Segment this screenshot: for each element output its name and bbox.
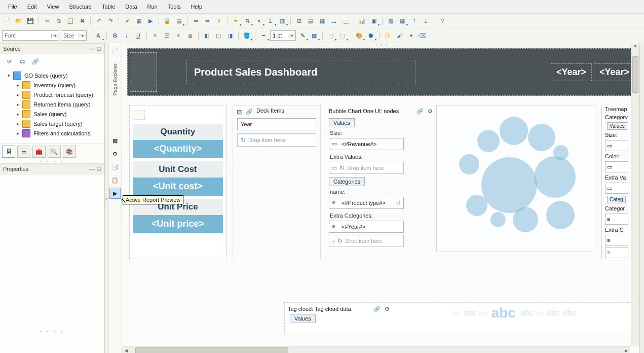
deck-icon[interactable]: ▧ xyxy=(235,108,243,116)
brush-icon[interactable]: 🖌 xyxy=(394,30,404,41)
copy-icon[interactable]: ⧉ xyxy=(54,16,64,26)
tree-item[interactable]: ▸ Sales target (query) xyxy=(1,119,103,128)
chart-opts-icon[interactable]: ⚙ xyxy=(383,305,391,313)
deck-link-icon[interactable]: 🔗 xyxy=(245,108,253,116)
maximize-icon[interactable]: □ xyxy=(96,166,101,172)
tree-item[interactable]: ▸ Returned items (query) xyxy=(1,99,103,109)
grid-icon[interactable]: ▦ xyxy=(397,16,407,26)
scroll-up-icon[interactable]: ▲ xyxy=(631,43,639,51)
properties-panel-header[interactable]: Properties — □ xyxy=(0,163,104,174)
tag-cloud-row[interactable]: Tag cloud: Tag cloud data 🔗 ⚙ Values abc… xyxy=(284,302,637,334)
active-report-preview-button[interactable]: ▶ xyxy=(109,188,121,199)
menu-structure[interactable]: Structure xyxy=(64,2,97,12)
horizontal-scrollbar[interactable]: ◀ ▶ xyxy=(122,346,630,353)
size-field[interactable]: ▭ xyxy=(605,140,628,151)
card-grip-icon[interactable] xyxy=(133,111,145,120)
chevron-down-icon[interactable]: ▼ xyxy=(51,34,59,38)
menu-file[interactable]: File xyxy=(3,2,22,12)
category-field[interactable]: ≡ xyxy=(605,214,628,225)
size-combo[interactable]: ▼ xyxy=(61,30,87,41)
up-icon[interactable]: ⇧ xyxy=(214,16,224,26)
values-section-button[interactable]: Values xyxy=(329,118,355,127)
filter-icon[interactable]: ⏷ xyxy=(231,16,241,26)
tab-source[interactable]: 🗄 xyxy=(2,146,15,158)
new-icon[interactable]: 📄 xyxy=(2,16,12,26)
padding-icon[interactable]: ⬚ xyxy=(326,30,336,41)
title-block[interactable]: Product Sales Dashboard xyxy=(186,60,415,84)
extra-cat-field[interactable]: ≡ xyxy=(605,235,628,246)
line-color-icon[interactable]: ✎ xyxy=(297,30,308,41)
vertical-scrollbar[interactable]: ▲ xyxy=(631,43,639,346)
report-canvas[interactable]: ▾ ▾ ▾ Product Sales Dashboard <Year> <Ye… xyxy=(122,43,639,353)
scroll-thumb[interactable] xyxy=(632,56,638,93)
run-icon[interactable]: ▶ xyxy=(145,16,156,26)
refresh-icon[interactable]: ⟳ xyxy=(4,56,14,66)
tree-item[interactable]: ▸ Sales (query) xyxy=(1,109,103,119)
year-cell[interactable]: <Year> xyxy=(551,63,592,81)
name-field[interactable]: ≡ <#Product type#> ↺ xyxy=(329,197,404,209)
borders-icon[interactable]: ▦ xyxy=(309,30,319,41)
treemap-config[interactable]: Treemap Category Values Size: ▭ Color: ▭… xyxy=(601,105,628,259)
redo-icon[interactable]: ↷ xyxy=(105,16,116,26)
aggregate-icon[interactable]: Σ xyxy=(266,16,276,26)
italic-icon[interactable]: I xyxy=(122,30,132,41)
year-deck[interactable]: <Year> <Year> xyxy=(551,63,635,81)
size-input[interactable] xyxy=(61,31,79,40)
collapse-panel-grip[interactable]: ◂ xyxy=(105,43,108,353)
maximize-icon[interactable]: □ xyxy=(96,46,101,52)
section-icon[interactable]: ▥ xyxy=(277,16,287,26)
menu-tools[interactable]: Tools xyxy=(163,2,186,12)
deck-drop-zone[interactable]: ↻ Drop item here xyxy=(237,133,316,147)
font-input[interactable] xyxy=(3,31,51,40)
insert-text-icon[interactable]: 📃 xyxy=(340,16,351,26)
font-combo[interactable]: ▼ xyxy=(2,30,59,41)
bubble-chart-config[interactable]: Bubble Chart One UI: nodes 🔗 ⚙ Values Si… xyxy=(327,105,434,259)
group-icon[interactable]: ⋄ xyxy=(254,16,264,26)
menu-view[interactable]: View xyxy=(42,2,64,12)
align-right-icon[interactable]: ≡ xyxy=(173,30,183,41)
tree-item[interactable]: ▸ Product forecast (query) xyxy=(1,90,103,99)
margin-icon[interactable]: ⬚ xyxy=(337,30,348,41)
save-icon[interactable]: 💾 xyxy=(25,16,35,26)
size-field[interactable]: ▭ <#Revenue#> xyxy=(329,138,404,150)
insert-crosstab-icon[interactable]: ▦ xyxy=(317,16,327,26)
panel-grip-icon[interactable]: • • • • xyxy=(0,159,104,163)
values-section-button[interactable]: Values xyxy=(290,314,316,323)
deck-config[interactable]: ▧ 🔗 Deck Items: Year ↻ Drop item here xyxy=(233,105,321,259)
extra-cat-drop[interactable]: ≡ xyxy=(605,247,628,258)
underline-icon[interactable]: U xyxy=(133,30,143,41)
insert-table-icon[interactable]: ⊞ xyxy=(294,16,304,26)
chart-icon[interactable]: 📊 xyxy=(357,16,367,26)
box-right-icon[interactable]: ◨ xyxy=(225,30,235,41)
expand-icon[interactable]: ▸ xyxy=(15,102,20,107)
lock-icon[interactable]: 🔒 xyxy=(162,16,172,26)
scroll-left-icon[interactable]: ◀ xyxy=(122,348,130,353)
chart-props-icon[interactable]: 🔗 xyxy=(416,107,424,115)
deck-year-field[interactable]: Year xyxy=(237,118,316,130)
line-style-icon[interactable]: ━ xyxy=(258,30,269,41)
menu-data[interactable]: Data xyxy=(120,2,142,12)
scroll-thumb[interactable] xyxy=(135,347,288,353)
tab-data-items[interactable]: ▭ xyxy=(17,146,30,158)
page-header[interactable]: Product Sales Dashboard <Year> <Year> xyxy=(127,48,637,96)
tab-toolbox[interactable]: 🧰 xyxy=(32,146,46,158)
class-icon[interactable]: ⬢ xyxy=(366,30,376,41)
sort-icon[interactable]: ⇅ xyxy=(242,16,252,26)
cut-icon[interactable]: ✂ xyxy=(42,16,52,26)
source-options-icon[interactable]: 🗂 xyxy=(17,56,27,66)
chevron-down-icon[interactable]: ▼ xyxy=(288,34,295,38)
lineweight-combo[interactable]: ▼ xyxy=(270,30,296,41)
delete-icon[interactable]: ✖ xyxy=(77,16,87,26)
menu-run[interactable]: Run xyxy=(142,2,163,12)
paste-icon[interactable]: 📋 xyxy=(65,16,75,26)
chart-opts-icon[interactable]: ⚙ xyxy=(426,107,434,115)
tree-root[interactable]: ▾ GO Sales (query) xyxy=(1,70,103,80)
justify-icon[interactable]: ≣ xyxy=(185,30,195,41)
help-icon[interactable]: ? xyxy=(437,16,447,26)
insert-list-icon[interactable]: ▤ xyxy=(306,16,316,26)
chevron-down-icon[interactable]: ▼ xyxy=(79,34,86,38)
menu-table[interactable]: Table xyxy=(97,2,120,12)
header-grip[interactable] xyxy=(130,52,157,92)
minimize-icon[interactable]: — xyxy=(89,166,94,172)
extra-values-drop[interactable]: ▭ ↻ Drop item here xyxy=(329,162,404,174)
